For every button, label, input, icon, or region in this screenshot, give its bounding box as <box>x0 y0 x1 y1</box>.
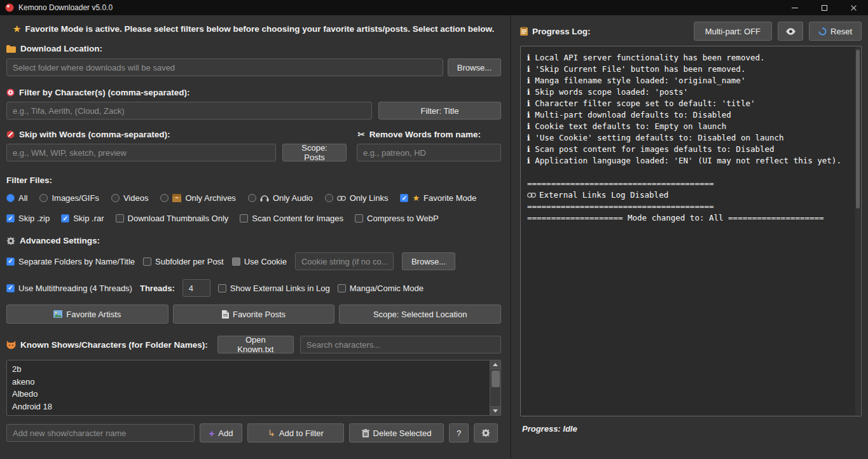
add-character-input[interactable] <box>6 424 195 442</box>
compress-webp-checkbox[interactable]: Compress to WebP <box>355 214 438 223</box>
checkbox-icon <box>61 214 69 223</box>
skip-scope-button[interactable]: Scope: Posts <box>282 144 347 161</box>
radio-videos[interactable]: Videos <box>111 193 149 203</box>
delete-selected-button[interactable]: Delete Selected <box>349 423 444 442</box>
add-button[interactable]: + Add <box>200 423 242 442</box>
add-to-filter-button[interactable]: ↳ Add to Filter <box>247 423 344 442</box>
log-line: ℹ Scan post content for images defaults … <box>527 144 848 155</box>
list-scrollbar[interactable] <box>490 360 500 415</box>
remove-words-input[interactable] <box>357 144 501 161</box>
favorite-posts-button[interactable]: Favorite Posts <box>173 305 335 324</box>
list-item[interactable]: Android 18 <box>7 401 500 413</box>
favorite-artists-button[interactable]: Favorite Artists <box>6 305 169 324</box>
picture-icon <box>53 310 62 318</box>
eye-button[interactable] <box>778 22 803 41</box>
close-button[interactable] <box>839 0 868 15</box>
document-icon <box>222 310 229 319</box>
filter-scope-button[interactable]: Filter: Title <box>378 102 501 120</box>
link-icon <box>337 196 346 201</box>
open-known-txt-button[interactable]: Open Known.txt <box>217 336 294 353</box>
character-filter-input[interactable] <box>6 102 372 120</box>
log-line: ℹ 'Skip Current File' button has been re… <box>527 64 848 75</box>
use-cookie-checkbox[interactable]: Use Cookie <box>232 257 287 266</box>
target-icon <box>6 88 15 97</box>
log-line: ℹ 'Use Cookie' setting defaults to: Disa… <box>527 132 848 144</box>
download-location-label: Download Location: <box>6 44 501 53</box>
eye-icon <box>785 28 796 35</box>
list-item[interactable]: 2b <box>7 363 500 376</box>
separate-folders-checkbox[interactable]: Separate Folders by Name/Title <box>6 257 135 266</box>
radio-icon <box>39 194 48 202</box>
skip-rar-checkbox[interactable]: Skip .rar <box>61 214 104 223</box>
headphones-icon <box>260 194 269 202</box>
favorite-mode-checkbox[interactable]: ★ Favorite Mode <box>400 193 476 203</box>
known-characters-list[interactable]: 2b akeno Albedo Android 18 Android 21 <box>6 360 501 416</box>
log-line: External Links Log Disabled <box>527 189 848 201</box>
progress-log-output[interactable]: ℹ Local API server functionality has bee… <box>520 46 862 416</box>
clipboard-icon <box>520 27 528 36</box>
progress-status: Progress: Idle <box>522 424 862 434</box>
skip-zip-checkbox[interactable]: Skip .zip <box>6 214 50 223</box>
log-line: ======================================= <box>527 201 848 212</box>
scrollbar-thumb[interactable] <box>856 50 860 209</box>
maximize-icon <box>822 5 827 11</box>
threads-input[interactable] <box>183 279 210 297</box>
notice-text: Favorite Mode is active. Please select f… <box>25 24 494 34</box>
log-scrollbar[interactable] <box>855 47 860 415</box>
log-line: ======================================= <box>527 178 848 189</box>
checkbox-icon <box>218 284 226 292</box>
radio-all[interactable]: All <box>6 193 27 203</box>
scrollbar-thumb[interactable] <box>492 371 500 387</box>
subfolder-per-post-checkbox[interactable]: Subfolder per Post <box>143 257 224 266</box>
settings-button[interactable] <box>474 423 498 442</box>
search-characters-input[interactable] <box>300 336 501 353</box>
gear-icon <box>6 236 15 245</box>
skip-words-input[interactable] <box>6 144 276 161</box>
show-external-links-checkbox[interactable]: Show External Links in Log <box>218 284 330 293</box>
checkbox-icon <box>116 214 124 223</box>
list-item[interactable]: Android 21 <box>7 413 500 416</box>
log-line: ℹ Cookie text defaults to: Empty on laun… <box>527 121 848 132</box>
archive-icon <box>172 194 181 202</box>
radio-only-archives[interactable]: Only Archives <box>160 193 235 203</box>
browse-cookie-button[interactable]: Browse... <box>402 252 455 270</box>
main-settings-panel: ★ Favorite Mode is active. Please select… <box>0 15 511 459</box>
log-line: ℹ Manga filename style loaded: 'original… <box>527 75 848 86</box>
reset-icon <box>818 27 827 36</box>
radio-only-audio[interactable]: Only Audio <box>248 193 313 203</box>
list-item[interactable]: akeno <box>7 376 500 388</box>
maximize-button[interactable] <box>809 0 839 15</box>
scroll-down-button[interactable] <box>490 406 501 415</box>
remove-words-label: ✂ Remove Words from name: <box>357 129 481 139</box>
reset-button[interactable]: Reset <box>809 22 862 41</box>
checkbox-icon <box>143 257 151 266</box>
multithreading-checkbox[interactable]: Use Multithreading (4 Threads) <box>6 284 132 293</box>
scan-content-checkbox[interactable]: Scan Content for Images <box>240 214 343 223</box>
radio-images-gifs[interactable]: Images/GIFs <box>39 193 99 203</box>
checkbox-icon <box>232 257 240 266</box>
star-icon: ★ <box>412 194 420 202</box>
multipart-toggle-button[interactable]: Multi-part: OFF <box>694 22 772 41</box>
scope-selected-location-button[interactable]: Scope: Selected Location <box>339 305 501 324</box>
browse-download-button[interactable]: Browse... <box>448 58 501 76</box>
favorite-mode-notice: ★ Favorite Mode is active. Please select… <box>8 24 500 34</box>
checkbox-icon <box>400 194 408 202</box>
checkbox-icon <box>240 214 248 223</box>
character-filter-label: Filter by Character(s) (comma-separated)… <box>6 88 501 97</box>
scroll-up-button[interactable] <box>490 360 501 369</box>
thumbnails-only-checkbox[interactable]: Download Thumbnails Only <box>116 214 229 223</box>
manga-mode-checkbox[interactable]: Manga/Comic Mode <box>338 284 424 293</box>
radio-icon <box>6 194 15 202</box>
star-icon: ★ <box>13 25 21 33</box>
plus-icon: + <box>209 428 215 438</box>
help-button[interactable]: ? <box>449 423 469 442</box>
download-location-input[interactable] <box>6 58 443 76</box>
checkbox-icon <box>338 284 346 292</box>
radio-icon <box>248 194 256 202</box>
cookie-string-input[interactable] <box>295 252 394 270</box>
minimize-button[interactable] <box>780 0 809 15</box>
progress-log-label: Progress Log: <box>520 27 591 36</box>
list-item[interactable]: Albedo <box>7 388 500 401</box>
no-entry-icon <box>6 130 15 139</box>
radio-only-links[interactable]: Only Links <box>325 193 389 203</box>
